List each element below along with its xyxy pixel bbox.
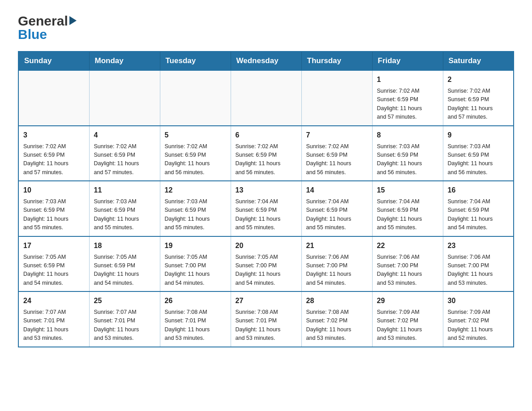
day-number: 25 — [94, 295, 155, 306]
day-number: 18 — [94, 240, 155, 251]
calendar-cell — [89, 70, 160, 126]
day-number: 10 — [23, 185, 85, 196]
day-info: Sunrise: 7:08 AMSunset: 7:02 PMDaylight:… — [306, 308, 368, 343]
page-header: General Blue — [18, 13, 514, 42]
calendar-cell: 1Sunrise: 7:02 AMSunset: 6:59 PMDaylight… — [372, 70, 443, 126]
day-header-sunday: Sunday — [18, 51, 89, 70]
day-number: 9 — [448, 130, 509, 141]
day-number: 19 — [165, 240, 226, 251]
day-info: Sunrise: 7:04 AMSunset: 6:59 PMDaylight:… — [236, 197, 297, 232]
day-info: Sunrise: 7:05 AMSunset: 7:00 PMDaylight:… — [236, 253, 297, 288]
day-number: 15 — [377, 185, 438, 196]
day-number: 28 — [306, 295, 368, 306]
day-info: Sunrise: 7:02 AMSunset: 6:59 PMDaylight:… — [377, 87, 438, 122]
day-number: 12 — [165, 185, 226, 196]
calendar-cell: 26Sunrise: 7:08 AMSunset: 7:01 PMDayligh… — [160, 291, 231, 347]
calendar-cell: 23Sunrise: 7:06 AMSunset: 7:00 PMDayligh… — [443, 236, 514, 292]
day-info: Sunrise: 7:02 AMSunset: 6:59 PMDaylight:… — [448, 87, 509, 122]
calendar-cell: 6Sunrise: 7:02 AMSunset: 6:59 PMDaylight… — [231, 126, 301, 181]
calendar-cell: 15Sunrise: 7:04 AMSunset: 6:59 PMDayligh… — [372, 181, 443, 236]
calendar-cell: 8Sunrise: 7:03 AMSunset: 6:59 PMDaylight… — [372, 126, 443, 181]
day-info: Sunrise: 7:04 AMSunset: 6:59 PMDaylight:… — [377, 197, 438, 232]
day-header-tuesday: Tuesday — [160, 51, 231, 70]
logo: General Blue — [18, 13, 77, 42]
day-header-saturday: Saturday — [443, 51, 514, 70]
day-number: 7 — [306, 130, 368, 141]
calendar-cell: 27Sunrise: 7:08 AMSunset: 7:01 PMDayligh… — [231, 291, 301, 347]
day-info: Sunrise: 7:02 AMSunset: 6:59 PMDaylight:… — [23, 142, 85, 177]
calendar-cell: 12Sunrise: 7:03 AMSunset: 6:59 PMDayligh… — [160, 181, 231, 236]
day-number: 1 — [377, 74, 438, 85]
calendar-cell — [301, 70, 372, 126]
day-info: Sunrise: 7:06 AMSunset: 7:00 PMDaylight:… — [306, 253, 368, 288]
calendar-cell: 13Sunrise: 7:04 AMSunset: 6:59 PMDayligh… — [231, 181, 301, 236]
day-number: 29 — [377, 295, 438, 306]
week-row-3: 10Sunrise: 7:03 AMSunset: 6:59 PMDayligh… — [18, 181, 514, 236]
calendar-cell: 7Sunrise: 7:02 AMSunset: 6:59 PMDaylight… — [301, 126, 372, 181]
day-number: 4 — [94, 130, 155, 141]
calendar-cell — [160, 70, 231, 126]
day-info: Sunrise: 7:07 AMSunset: 7:01 PMDaylight:… — [94, 308, 155, 343]
day-number: 30 — [448, 295, 509, 306]
day-info: Sunrise: 7:09 AMSunset: 7:02 PMDaylight:… — [377, 308, 438, 343]
day-info: Sunrise: 7:02 AMSunset: 6:59 PMDaylight:… — [94, 142, 155, 177]
day-number: 5 — [165, 130, 226, 141]
day-number: 8 — [377, 130, 438, 141]
day-header-friday: Friday — [372, 51, 443, 70]
day-header-wednesday: Wednesday — [231, 51, 301, 70]
calendar-cell: 5Sunrise: 7:02 AMSunset: 6:59 PMDaylight… — [160, 126, 231, 181]
calendar-cell: 28Sunrise: 7:08 AMSunset: 7:02 PMDayligh… — [301, 291, 372, 347]
day-info: Sunrise: 7:08 AMSunset: 7:01 PMDaylight:… — [236, 308, 297, 343]
day-info: Sunrise: 7:03 AMSunset: 6:59 PMDaylight:… — [448, 142, 509, 177]
day-number: 23 — [448, 240, 509, 251]
day-header-thursday: Thursday — [301, 51, 372, 70]
week-row-2: 3Sunrise: 7:02 AMSunset: 6:59 PMDaylight… — [18, 126, 514, 181]
calendar-cell: 18Sunrise: 7:05 AMSunset: 6:59 PMDayligh… — [89, 236, 160, 292]
calendar-table: SundayMondayTuesdayWednesdayThursdayFrid… — [18, 51, 514, 347]
calendar-cell: 3Sunrise: 7:02 AMSunset: 6:59 PMDaylight… — [18, 126, 89, 181]
week-row-5: 24Sunrise: 7:07 AMSunset: 7:01 PMDayligh… — [18, 291, 514, 347]
day-number: 16 — [448, 185, 509, 196]
calendar-cell: 10Sunrise: 7:03 AMSunset: 6:59 PMDayligh… — [18, 181, 89, 236]
day-info: Sunrise: 7:02 AMSunset: 6:59 PMDaylight:… — [165, 142, 226, 177]
day-info: Sunrise: 7:06 AMSunset: 7:00 PMDaylight:… — [448, 253, 509, 288]
day-info: Sunrise: 7:03 AMSunset: 6:59 PMDaylight:… — [23, 197, 85, 232]
week-row-1: 1Sunrise: 7:02 AMSunset: 6:59 PMDaylight… — [18, 70, 514, 126]
calendar-cell: 24Sunrise: 7:07 AMSunset: 7:01 PMDayligh… — [18, 291, 89, 347]
logo-blue-text: Blue — [18, 27, 77, 42]
calendar-cell: 17Sunrise: 7:05 AMSunset: 6:59 PMDayligh… — [18, 236, 89, 292]
day-number: 26 — [165, 295, 226, 306]
day-info: Sunrise: 7:08 AMSunset: 7:01 PMDaylight:… — [165, 308, 226, 343]
calendar-cell: 14Sunrise: 7:04 AMSunset: 6:59 PMDayligh… — [301, 181, 372, 236]
svg-marker-0 — [69, 16, 77, 25]
day-number: 24 — [23, 295, 85, 306]
day-info: Sunrise: 7:05 AMSunset: 6:59 PMDaylight:… — [23, 253, 85, 288]
day-number: 22 — [377, 240, 438, 251]
calendar-cell: 19Sunrise: 7:05 AMSunset: 7:00 PMDayligh… — [160, 236, 231, 292]
day-info: Sunrise: 7:05 AMSunset: 7:00 PMDaylight:… — [165, 253, 226, 288]
day-number: 17 — [23, 240, 85, 251]
logo-arrow-icon — [69, 16, 77, 27]
day-info: Sunrise: 7:04 AMSunset: 6:59 PMDaylight:… — [448, 197, 509, 232]
calendar-cell: 25Sunrise: 7:07 AMSunset: 7:01 PMDayligh… — [89, 291, 160, 347]
day-info: Sunrise: 7:03 AMSunset: 6:59 PMDaylight:… — [377, 142, 438, 177]
day-number: 2 — [448, 74, 509, 85]
day-number: 3 — [23, 130, 85, 141]
calendar-cell: 9Sunrise: 7:03 AMSunset: 6:59 PMDaylight… — [443, 126, 514, 181]
calendar-cell — [231, 70, 301, 126]
day-number: 11 — [94, 185, 155, 196]
day-info: Sunrise: 7:02 AMSunset: 6:59 PMDaylight:… — [306, 142, 368, 177]
day-number: 27 — [236, 295, 297, 306]
day-number: 21 — [306, 240, 368, 251]
day-number: 6 — [236, 130, 297, 141]
day-header-monday: Monday — [89, 51, 160, 70]
calendar-cell: 16Sunrise: 7:04 AMSunset: 6:59 PMDayligh… — [443, 181, 514, 236]
logo-top-line: General — [18, 13, 77, 29]
day-info: Sunrise: 7:03 AMSunset: 6:59 PMDaylight:… — [165, 197, 226, 232]
calendar-cell: 29Sunrise: 7:09 AMSunset: 7:02 PMDayligh… — [372, 291, 443, 347]
calendar-cell: 22Sunrise: 7:06 AMSunset: 7:00 PMDayligh… — [372, 236, 443, 292]
calendar-cell — [18, 70, 89, 126]
day-info: Sunrise: 7:07 AMSunset: 7:01 PMDaylight:… — [23, 308, 85, 343]
calendar-cell: 20Sunrise: 7:05 AMSunset: 7:00 PMDayligh… — [231, 236, 301, 292]
calendar-cell: 30Sunrise: 7:09 AMSunset: 7:02 PMDayligh… — [443, 291, 514, 347]
